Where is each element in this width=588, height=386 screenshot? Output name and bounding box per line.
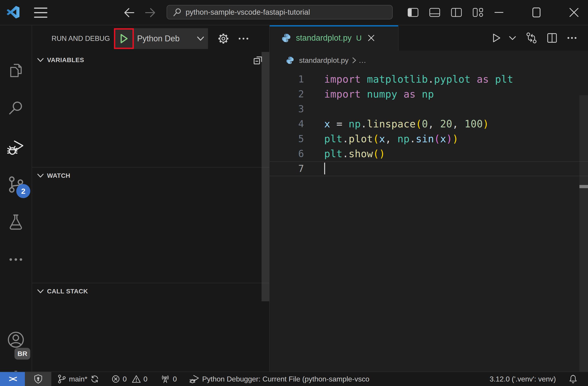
debug-config-dropdown[interactable]: Python Deb: [134, 28, 208, 49]
watch-section: WATCH: [32, 167, 269, 283]
vscode-logo-icon: [7, 6, 20, 19]
start-debugging-button[interactable]: [114, 28, 134, 49]
search-value: python-sample-vscode-fastapi-tutorial: [186, 8, 310, 17]
maximize-icon[interactable]: [531, 7, 542, 17]
code-line[interactable]: 4x = np.linspace(0, 20, 100): [270, 116, 588, 132]
additional-views-icon[interactable]: [8, 251, 24, 268]
branch-name: main*: [69, 375, 87, 383]
warning-count: 0: [144, 375, 148, 383]
run-dropdown-chevron-icon[interactable]: [508, 35, 517, 41]
error-count: 0: [123, 375, 127, 383]
line-number: 7: [270, 161, 304, 176]
code-line[interactable]: 6plt.show(): [270, 146, 588, 161]
views-more-actions-icon[interactable]: [238, 33, 249, 44]
customize-layout-icon[interactable]: [472, 7, 484, 18]
call-stack-section-header[interactable]: CALL STACK: [32, 283, 269, 299]
remote-indicator[interactable]: ><: [0, 372, 25, 386]
variables-section: VARIABLES: [32, 52, 269, 167]
sidebar-header: RUN AND DEBUG Python Deb: [32, 25, 269, 52]
testing-icon[interactable]: [7, 213, 24, 230]
accounts-icon[interactable]: [7, 331, 25, 348]
compare-changes-icon[interactable]: [525, 32, 537, 44]
debug-config-item[interactable]: Python Debugger: Current File (python-sa…: [189, 374, 382, 384]
breadcrumb-filename[interactable]: standardplot.py: [299, 56, 349, 65]
editor-actions: [491, 25, 588, 51]
status-bar: >< main*: [0, 371, 588, 386]
ports-item[interactable]: 0: [161, 374, 177, 384]
active-tab-indicator: [270, 25, 398, 26]
tab-standardplot[interactable]: standardplot.py U: [270, 25, 399, 51]
profile-badge: BR: [15, 348, 30, 360]
git-branch-icon: [57, 374, 66, 384]
chevron-down-icon: [37, 289, 44, 294]
warning-triangle-icon: [132, 375, 141, 383]
code-line[interactable]: 5plt.plot(x, np.sin(x)): [270, 132, 588, 146]
tab-filename: standardplot.py: [296, 33, 352, 43]
code-line[interactable]: 7: [270, 161, 588, 176]
debug-settings-gear-icon[interactable]: [217, 33, 229, 44]
code-lines: 1import matplotlib.pyplot as plt2import …: [270, 72, 588, 176]
run-python-file-icon[interactable]: [491, 33, 502, 43]
breadcrumb[interactable]: standardplot.py ...: [270, 51, 588, 70]
run-and-debug-icon[interactable]: [7, 139, 24, 156]
editor-scrollbar[interactable]: [579, 95, 588, 375]
run-and-debug-sidebar: RUN AND DEBUG Python Deb: [32, 25, 270, 371]
toggle-secondary-sidebar-icon[interactable]: [451, 7, 462, 18]
chevron-down-icon: [197, 36, 204, 41]
error-circle-icon: [111, 375, 120, 383]
text-cursor: [324, 163, 325, 174]
workspace-trust-item[interactable]: [25, 372, 51, 386]
split-editor-icon[interactable]: [546, 32, 558, 44]
chevron-down-icon: [37, 58, 44, 62]
debug-config-text: Python Debugger: Current File (python-sa…: [202, 375, 369, 383]
call-stack-section: CALL STACK: [32, 283, 269, 371]
explorer-icon[interactable]: [8, 62, 24, 78]
python-interpreter-item[interactable]: 3.12.0 ('.venv': venv): [490, 375, 556, 383]
line-number: 2: [270, 87, 304, 102]
search-view-icon[interactable]: [8, 100, 24, 116]
menu-icon[interactable]: [34, 7, 47, 19]
breadcrumb-symbol-more[interactable]: ...: [359, 56, 366, 65]
code-editor[interactable]: 1import matplotlib.pyplot as plt2import …: [270, 70, 588, 371]
line-number: 4: [270, 116, 304, 132]
activity-bar: 2: [0, 25, 32, 371]
chevron-down-icon: [37, 173, 44, 178]
variables-section-header[interactable]: VARIABLES: [32, 52, 269, 68]
watch-section-header[interactable]: WATCH: [32, 168, 269, 184]
git-branch-item[interactable]: main*: [57, 374, 99, 384]
vscode-window: python-sample-vscode-fastapi-tutorial: [0, 0, 588, 386]
notifications-bell-icon[interactable]: [568, 374, 578, 384]
minimize-icon[interactable]: [494, 7, 504, 17]
section-label: VARIABLES: [47, 57, 84, 64]
editor-group: standardplot.py U: [270, 25, 588, 371]
search-icon: [173, 8, 182, 17]
debug-config-value: Python Deb: [137, 34, 197, 43]
back-arrow-icon[interactable]: [124, 7, 135, 18]
section-label: CALL STACK: [47, 288, 88, 295]
line-number: 1: [270, 72, 304, 87]
broadcast-tower-icon: [161, 374, 170, 384]
python-file-icon: [286, 56, 294, 64]
sync-icon[interactable]: [90, 374, 99, 384]
shield-icon: [34, 374, 43, 384]
line-number: 6: [270, 146, 304, 161]
close-icon[interactable]: [569, 7, 579, 17]
code-line[interactable]: 1import matplotlib.pyplot as plt: [270, 72, 588, 87]
line-number: 5: [270, 132, 304, 146]
sidebar-scrollbar[interactable]: [262, 52, 269, 301]
code-line[interactable]: 3: [270, 102, 588, 116]
sidebar-title: RUN AND DEBUG: [52, 35, 110, 43]
toggle-panel-icon[interactable]: [429, 7, 441, 18]
forward-arrow-icon[interactable]: [145, 7, 156, 18]
editor-more-actions-icon[interactable]: [567, 33, 577, 43]
command-center-search[interactable]: python-sample-vscode-fastapi-tutorial: [167, 5, 393, 19]
title-bar: python-sample-vscode-fastapi-tutorial: [0, 0, 588, 25]
problems-item[interactable]: 0 0: [111, 375, 148, 383]
toggle-primary-sidebar-icon[interactable]: [407, 7, 419, 18]
line-number: 3: [270, 102, 304, 116]
chevron-right-icon: [352, 57, 357, 64]
code-line[interactable]: 2import numpy as np: [270, 87, 588, 102]
python-file-icon: [281, 33, 291, 43]
close-tab-icon[interactable]: [368, 34, 375, 41]
debug-icon: [189, 374, 199, 384]
